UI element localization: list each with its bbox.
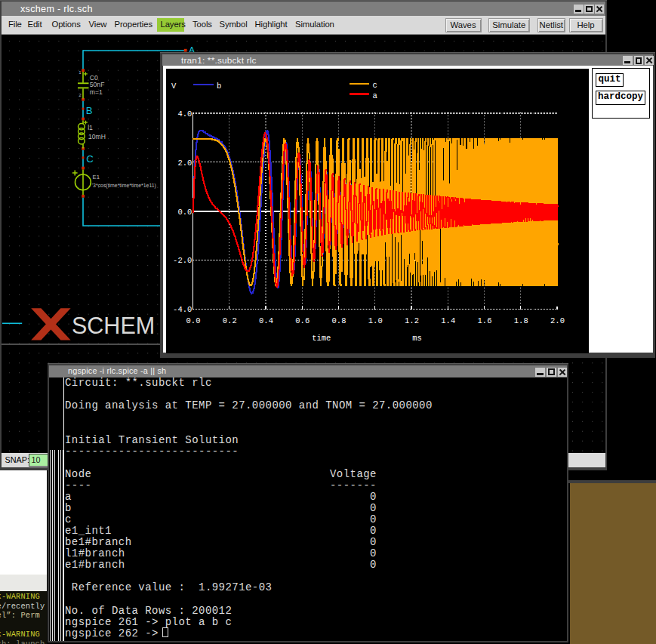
svg-text:time: time <box>312 334 331 343</box>
svg-text:2: 2 <box>79 92 82 97</box>
svg-text:0.0: 0.0 <box>177 208 192 217</box>
svg-text:1.6: 1.6 <box>478 316 492 325</box>
svg-text:-4.0: -4.0 <box>173 305 192 314</box>
svg-text:C: C <box>86 153 94 165</box>
svg-text:4.0: 4.0 <box>177 109 192 119</box>
svg-text:0.0: 0.0 <box>186 316 201 325</box>
svg-text:10mH: 10mH <box>88 133 106 140</box>
svg-text:E1: E1 <box>93 174 100 180</box>
svg-text:0.6: 0.6 <box>295 316 310 325</box>
svg-text:ms: ms <box>412 334 422 343</box>
svg-text:0.4: 0.4 <box>259 316 273 325</box>
svg-text:SCHEM: SCHEM <box>72 313 155 338</box>
svg-text:l1: l1 <box>88 124 93 131</box>
svg-text:0.8: 0.8 <box>332 316 346 325</box>
svg-text:b: b <box>217 82 221 91</box>
svg-text:1.0: 1.0 <box>368 316 383 325</box>
svg-text:a: a <box>373 91 377 100</box>
svg-text:'3*cos(time*time*time*1e11): '3*cos(time*time*time*1e11) <box>92 183 156 189</box>
svg-text:2.0: 2.0 <box>177 159 192 168</box>
svg-text:1.8: 1.8 <box>514 316 528 325</box>
svg-text:m=1: m=1 <box>90 88 103 96</box>
svg-text:-2.0: -2.0 <box>173 256 192 265</box>
svg-text:c: c <box>373 81 377 90</box>
svg-text:2.0: 2.0 <box>550 316 565 325</box>
svg-text:V: V <box>171 82 177 91</box>
svg-text:1.2: 1.2 <box>405 316 419 325</box>
svg-text:1: 1 <box>79 69 82 75</box>
svg-text:1.4: 1.4 <box>441 316 455 325</box>
svg-text:0.2: 0.2 <box>223 316 237 325</box>
svg-text:B: B <box>86 105 93 116</box>
svg-text:50nF: 50nF <box>90 81 105 88</box>
